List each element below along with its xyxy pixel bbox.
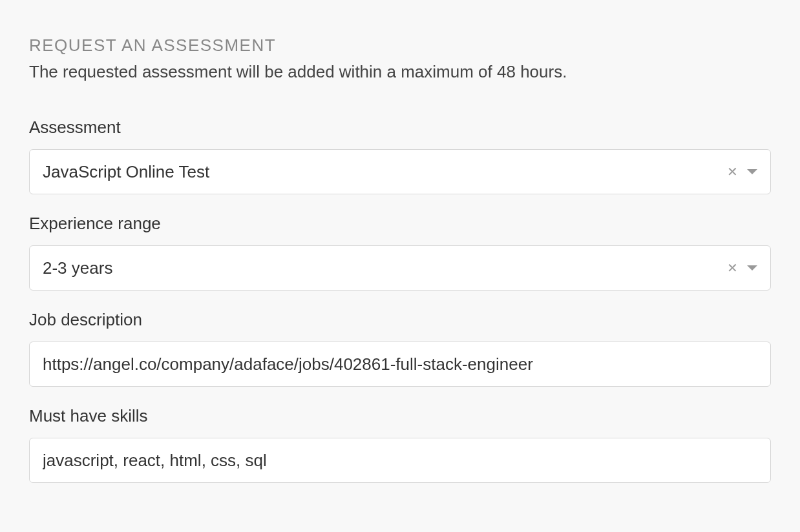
experience-range-label: Experience range	[29, 214, 771, 234]
experience-range-select-value: 2-3 years	[43, 258, 112, 278]
chevron-down-icon[interactable]	[747, 169, 757, 174]
must-have-skills-input[interactable]	[29, 438, 771, 483]
close-icon[interactable]: ✕	[727, 165, 738, 178]
job-description-input[interactable]	[29, 342, 771, 387]
job-description-label: Job description	[29, 310, 771, 330]
assessment-select[interactable]: JavaScript Online Test ✕	[29, 149, 771, 194]
assessment-select-value: JavaScript Online Test	[43, 162, 209, 182]
assessment-field-group: Assessment JavaScript Online Test ✕	[29, 118, 771, 194]
close-icon[interactable]: ✕	[727, 261, 738, 274]
must-have-skills-label: Must have skills	[29, 406, 771, 426]
experience-range-select-icons: ✕	[727, 261, 757, 274]
must-have-skills-field-group: Must have skills	[29, 406, 771, 483]
job-description-field-group: Job description	[29, 310, 771, 387]
experience-range-field-group: Experience range 2-3 years ✕	[29, 214, 771, 291]
page-title: REQUEST AN ASSESSMENT	[29, 36, 771, 56]
assessment-label: Assessment	[29, 118, 771, 138]
experience-range-select[interactable]: 2-3 years ✕	[29, 245, 771, 291]
page-subtitle: The requested assessment will be added w…	[29, 62, 771, 82]
assessment-select-icons: ✕	[727, 165, 757, 178]
chevron-down-icon[interactable]	[747, 265, 757, 271]
